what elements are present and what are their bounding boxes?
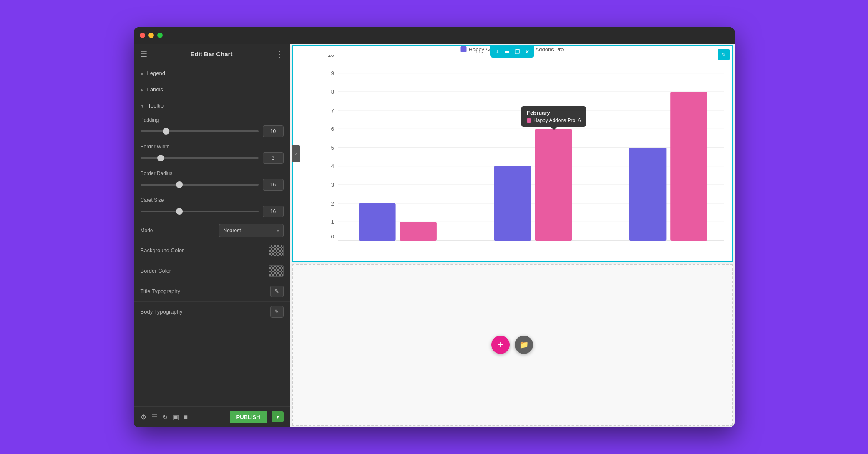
body-typography-row: Body Typography ✎ <box>134 302 290 322</box>
padding-slider[interactable] <box>141 130 259 132</box>
chart-svg-wrapper: 10 9 8 7 6 5 4 3 2 1 0 <box>293 46 732 261</box>
border-color-swatch[interactable] <box>269 265 284 277</box>
folder-icon: 📁 <box>519 340 528 349</box>
chart-edit-button[interactable]: ✎ <box>718 49 730 60</box>
caret-size-label: Caret Size <box>141 197 284 203</box>
svg-text:5: 5 <box>331 144 334 150</box>
sidebar-footer: ⚙ ☰ ↻ ▣ ■ PUBLISH ▼ <box>134 406 290 427</box>
close-dot[interactable] <box>140 33 145 38</box>
border-radius-label: Border Radius <box>141 171 284 176</box>
background-color-swatch[interactable] <box>269 245 284 256</box>
settings-icon[interactable]: ⚙ <box>141 413 146 421</box>
tooltip-section-header[interactable]: Tooltip <box>134 98 290 114</box>
mode-select[interactable]: Nearest Index Dataset <box>219 224 284 237</box>
history-icon[interactable]: ↻ <box>162 413 168 421</box>
labels-label: Labels <box>147 86 163 93</box>
publish-dropdown-button[interactable]: ▼ <box>272 411 284 422</box>
empty-section: + 📁 <box>292 264 733 426</box>
padding-label: Padding <box>141 117 284 123</box>
padding-control: Padding 10 <box>134 114 290 140</box>
svg-text:3: 3 <box>331 182 334 188</box>
bar-mar-blue <box>629 148 666 241</box>
svg-text:2: 2 <box>331 200 334 206</box>
hamburger-icon[interactable]: ☰ <box>141 50 147 59</box>
border-radius-slider[interactable] <box>141 184 259 186</box>
border-width-slider-row: 3 <box>141 152 284 164</box>
labels-chevron-icon <box>141 86 144 93</box>
tooltip-label: Tooltip <box>148 103 164 109</box>
svg-text:0: 0 <box>331 233 334 240</box>
mode-control: Mode Nearest Index Dataset ▼ <box>134 221 290 241</box>
publish-button[interactable]: PUBLISH <box>230 411 267 423</box>
background-color-row: Background Color <box>134 241 290 261</box>
border-width-control: Border Width 3 <box>134 140 290 167</box>
maximize-dot[interactable] <box>157 33 163 38</box>
sidebar-title: Edit Bar Chart <box>191 50 233 58</box>
sidebar-header: ☰ Edit Bar Chart ⋮ <box>134 44 290 65</box>
open-folder-button[interactable]: 📁 <box>515 336 533 354</box>
bar-feb-pink <box>535 129 571 241</box>
legend-chevron-icon <box>141 70 144 76</box>
toggle-sidebar-button[interactable]: ‹ <box>292 145 300 162</box>
chart-duplicate-button[interactable]: ❐ <box>513 47 522 56</box>
border-radius-slider-row: 16 <box>141 179 284 191</box>
layers-icon[interactable]: ☰ <box>151 413 157 421</box>
body-typography-edit-button[interactable]: ✎ <box>270 306 284 318</box>
labels-section-header[interactable]: Labels <box>134 81 290 98</box>
border-radius-control: Border Radius 16 <box>134 167 290 194</box>
chart-toolbar: + ⇋ ❐ ✕ <box>490 46 534 58</box>
bar-jan-blue <box>359 203 395 240</box>
bar-jan-pink <box>400 222 436 241</box>
body-typography-label: Body Typography <box>141 309 183 315</box>
background-color-label: Background Color <box>141 247 184 253</box>
add-section-icon: + <box>498 339 503 350</box>
svg-text:9: 9 <box>331 70 334 76</box>
title-typography-edit-button[interactable]: ✎ <box>270 286 284 297</box>
caret-size-value[interactable]: 16 <box>263 206 284 217</box>
caret-size-slider-row: 16 <box>141 206 284 217</box>
sidebar: ☰ Edit Bar Chart ⋮ Legend Labels Tooltip <box>134 44 290 427</box>
content-area: + ⇋ ❐ ✕ ✎ ‹ <box>290 44 735 427</box>
padding-value[interactable]: 10 <box>263 125 284 137</box>
chart-add-button[interactable]: + <box>493 47 502 56</box>
svg-text:4: 4 <box>331 163 334 169</box>
eye-icon[interactable]: ■ <box>184 413 188 421</box>
svg-text:10: 10 <box>327 55 334 58</box>
caret-size-slider[interactable] <box>141 211 259 212</box>
svg-text:6: 6 <box>331 126 334 132</box>
titlebar <box>134 27 735 44</box>
responsive-icon[interactable]: ▣ <box>173 413 179 421</box>
border-width-slider[interactable] <box>141 157 259 159</box>
legend-blue-color <box>461 46 467 52</box>
border-width-label: Border Width <box>141 144 284 150</box>
border-color-label: Border Color <box>141 268 171 274</box>
title-typography-row: Title Typography ✎ <box>134 281 290 302</box>
legend-label: Legend <box>147 70 165 76</box>
chart-container: + ⇋ ❐ ✕ ✎ ‹ <box>292 45 733 262</box>
border-radius-value[interactable]: 16 <box>263 179 284 191</box>
bar-chart-svg: 10 9 8 7 6 5 4 3 2 1 0 <box>314 55 724 241</box>
title-typography-label: Title Typography <box>141 288 180 294</box>
svg-text:8: 8 <box>331 89 334 95</box>
svg-text:1: 1 <box>331 219 334 225</box>
chart-move-button[interactable]: ⇋ <box>503 47 512 56</box>
main-area: ☰ Edit Bar Chart ⋮ Legend Labels Tooltip <box>134 44 735 427</box>
caret-size-control: Caret Size 16 <box>134 194 290 221</box>
svg-text:7: 7 <box>331 107 334 113</box>
border-width-value[interactable]: 3 <box>263 152 284 164</box>
bar-feb-blue <box>494 166 531 240</box>
border-color-row: Border Color <box>134 261 290 281</box>
mode-label: Mode <box>141 228 153 233</box>
minimize-dot[interactable] <box>148 33 154 38</box>
legend-section-header[interactable]: Legend <box>134 65 290 81</box>
app-window: ☰ Edit Bar Chart ⋮ Legend Labels Tooltip <box>134 27 735 427</box>
bar-mar-pink <box>670 92 707 241</box>
grid-icon[interactable]: ⋮ <box>276 50 283 59</box>
padding-slider-row: 10 <box>141 125 284 137</box>
add-section-button[interactable]: + <box>491 336 510 354</box>
tooltip-chevron-icon <box>141 103 145 109</box>
chart-close-button[interactable]: ✕ <box>523 47 532 56</box>
mode-select-wrapper: Nearest Index Dataset ▼ <box>219 224 284 237</box>
